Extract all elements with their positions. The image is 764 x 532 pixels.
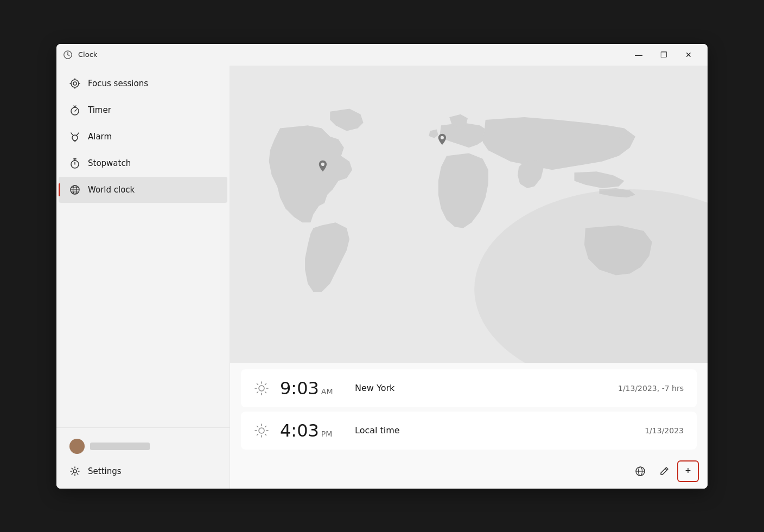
local-ampm: PM bbox=[321, 430, 333, 438]
sidebar-item-focus-sessions[interactable]: Focus sessions bbox=[59, 70, 227, 97]
svg-line-40 bbox=[265, 426, 266, 427]
world-map bbox=[230, 66, 708, 363]
user-avatar bbox=[69, 439, 85, 454]
svg-point-19 bbox=[73, 470, 77, 473]
stopwatch-label: Stopwatch bbox=[88, 158, 131, 168]
add-icon: + bbox=[685, 465, 691, 477]
svg-line-9 bbox=[75, 110, 77, 111]
map-area bbox=[230, 66, 708, 363]
app-body: Focus sessions Timer bbox=[56, 66, 708, 489]
close-button[interactable]: ✕ bbox=[676, 46, 701, 63]
focus-sessions-label: Focus sessions bbox=[88, 79, 148, 88]
title-bar-title: Clock bbox=[78, 50, 97, 59]
alarm-icon bbox=[69, 131, 80, 142]
clock-cards: 9:03 AM New York 1/13/2023, -7 hrs bbox=[230, 363, 708, 456]
svg-point-3 bbox=[73, 82, 77, 85]
sun-icon-ny bbox=[254, 381, 269, 396]
svg-line-45 bbox=[665, 469, 667, 470]
svg-point-23 bbox=[441, 136, 444, 139]
svg-line-29 bbox=[257, 383, 258, 384]
sidebar-item-stopwatch[interactable]: Stopwatch bbox=[59, 150, 227, 176]
sidebar-item-timer[interactable]: Timer bbox=[59, 97, 227, 123]
minimize-button[interactable]: — bbox=[626, 46, 651, 63]
svg-point-24 bbox=[259, 386, 264, 391]
svg-point-1 bbox=[67, 54, 68, 55]
sidebar: Focus sessions Timer bbox=[56, 66, 230, 489]
title-bar-controls: — ❐ ✕ bbox=[626, 46, 701, 63]
stopwatch-icon bbox=[69, 158, 80, 169]
local-time-value: 4:03 bbox=[280, 420, 319, 441]
add-clock-button[interactable]: + bbox=[677, 460, 699, 482]
svg-line-32 bbox=[257, 392, 258, 393]
sidebar-item-world-clock[interactable]: World clock bbox=[59, 177, 227, 203]
compare-button[interactable] bbox=[629, 460, 651, 482]
compare-icon bbox=[635, 466, 646, 477]
user-row[interactable] bbox=[65, 434, 221, 458]
maximize-button[interactable]: ❐ bbox=[651, 46, 676, 63]
settings-label: Settings bbox=[88, 466, 122, 476]
toolbar: + bbox=[230, 456, 708, 489]
ny-time: 9:03 AM bbox=[280, 378, 340, 399]
clock-card-local: 4:03 PM Local time 1/13/2023 bbox=[241, 412, 697, 450]
sun-icon-local bbox=[254, 423, 269, 438]
svg-point-22 bbox=[321, 162, 324, 165]
ny-date: 1/13/2023, -7 hrs bbox=[618, 384, 684, 393]
title-bar: Clock — ❐ ✕ bbox=[56, 44, 708, 66]
edit-icon bbox=[659, 466, 670, 477]
svg-point-2 bbox=[71, 80, 79, 87]
ny-label: New York bbox=[355, 383, 607, 393]
settings-icon bbox=[69, 466, 80, 477]
sidebar-bottom: Settings bbox=[56, 427, 230, 489]
main-content: 9:03 AM New York 1/13/2023, -7 hrs bbox=[230, 66, 708, 489]
user-name-blurred bbox=[90, 443, 150, 450]
svg-line-39 bbox=[265, 434, 266, 435]
world-clock-icon bbox=[69, 184, 80, 195]
local-time: 4:03 PM bbox=[280, 420, 340, 441]
world-clock-label: World clock bbox=[88, 185, 135, 195]
timer-label: Timer bbox=[88, 105, 111, 115]
clock-app-icon bbox=[63, 50, 73, 60]
nav-list: Focus sessions Timer bbox=[56, 66, 230, 427]
svg-point-33 bbox=[259, 428, 264, 433]
app-window: Clock — ❐ ✕ bbox=[56, 44, 708, 489]
ny-ampm: AM bbox=[321, 387, 333, 396]
alarm-label: Alarm bbox=[88, 132, 112, 142]
sidebar-item-alarm[interactable]: Alarm bbox=[59, 124, 227, 150]
settings-item[interactable]: Settings bbox=[65, 460, 221, 482]
edit-button[interactable] bbox=[653, 460, 675, 482]
svg-line-31 bbox=[265, 383, 266, 384]
svg-line-38 bbox=[257, 426, 258, 427]
focus-sessions-icon bbox=[69, 78, 80, 89]
local-date: 1/13/2023 bbox=[645, 426, 684, 435]
title-bar-left: Clock bbox=[63, 50, 97, 60]
svg-line-30 bbox=[265, 392, 266, 393]
clock-card-new-york: 9:03 AM New York 1/13/2023, -7 hrs bbox=[241, 369, 697, 407]
ny-time-value: 9:03 bbox=[280, 378, 319, 399]
local-label: Local time bbox=[355, 425, 634, 435]
timer-icon bbox=[69, 105, 80, 116]
svg-line-41 bbox=[257, 434, 258, 435]
